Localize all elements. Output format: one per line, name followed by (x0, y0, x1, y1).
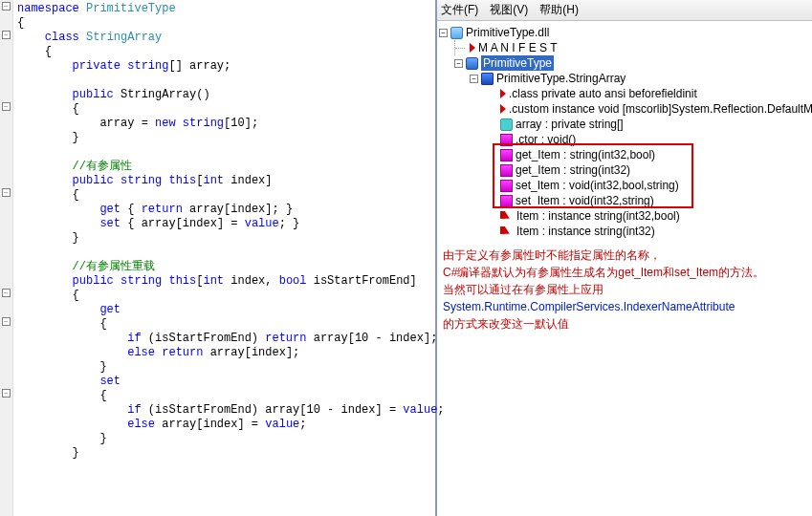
manifest-icon (470, 43, 475, 53)
expander-icon[interactable]: − (439, 29, 448, 37)
tree-node-manifest[interactable]: M A N I F E S T (439, 40, 810, 55)
node-label-selected: PrimitiveType (481, 55, 554, 71)
folding-gutter: − − − − − − − (0, 0, 13, 516)
explain-line: 的方式来改变这一默认值 (443, 315, 806, 333)
fold-toggle[interactable]: − (2, 389, 11, 398)
expander-icon[interactable]: − (470, 75, 478, 83)
node-label: Item : instance string(int32) (516, 224, 655, 239)
expander-icon[interactable]: − (454, 59, 463, 68)
tree-node-field[interactable]: array : private string[] (439, 117, 810, 132)
property-icon (500, 211, 510, 219)
node-label: M A N I F E S T (478, 40, 557, 55)
tree-node-namespace[interactable]: − PrimitiveType (439, 55, 810, 71)
highlight-box (493, 143, 693, 208)
explain-line: 由于定义有参属性时不能指定属性的名称， (443, 247, 806, 264)
explanation-text: 由于定义有参属性时不能指定属性的名称， C#编译器默认为有参属性生成名为get_… (437, 243, 812, 336)
menu-bar: 文件(F) 视图(V) 帮助(H) (437, 0, 812, 21)
assembly-icon (450, 27, 463, 39)
fold-toggle[interactable]: − (2, 289, 11, 297)
tree-node-property[interactable]: Item : instance string(int32,bool) (439, 208, 810, 224)
tree-node-attr[interactable]: .custom instance void [mscorlib]System.R… (439, 101, 810, 117)
node-label: PrimitiveType.StringArray (496, 71, 625, 86)
explain-line-attribute: System.Runtime.CompilerServices.IndexerN… (443, 298, 806, 315)
attribute-icon (500, 104, 506, 114)
fold-toggle[interactable]: − (2, 2, 11, 11)
property-icon (500, 226, 510, 234)
fold-toggle[interactable]: − (2, 188, 11, 197)
node-label: PrimitiveType.dll (466, 25, 549, 40)
node-label: Item : instance string(int32,bool) (516, 208, 680, 224)
explain-line: 当然可以通过在有参属性上应用 (443, 281, 806, 298)
node-label: .class private auto ansi beforefieldinit (509, 86, 697, 101)
ildasm-panel: 文件(F) 视图(V) 帮助(H) − PrimitiveType.dll M … (436, 0, 812, 516)
namespace-icon (466, 57, 478, 70)
explain-line: C#编译器默认为有参属性生成名为get_Item和set_Item的方法。 (443, 264, 806, 281)
fold-toggle[interactable]: − (2, 317, 11, 326)
code-content[interactable]: namespace PrimitiveType { class StringAr… (13, 0, 435, 461)
fold-toggle[interactable]: − (2, 102, 11, 111)
tree-node-property[interactable]: Item : instance string(int32) (439, 224, 810, 239)
field-icon (500, 118, 513, 131)
node-label: .custom instance void [mscorlib]System.R… (509, 101, 812, 117)
tree-node-assembly[interactable]: − PrimitiveType.dll (439, 25, 810, 40)
tree-node-attr[interactable]: .class private auto ansi beforefieldinit (439, 86, 810, 101)
tree-node-class[interactable]: − PrimitiveType.StringArray (439, 71, 810, 86)
code-editor: − − − − − − − namespace PrimitiveType { … (0, 0, 436, 516)
menu-file[interactable]: 文件(F) (441, 2, 478, 18)
attribute-icon (500, 89, 506, 98)
assembly-tree[interactable]: − PrimitiveType.dll M A N I F E S T − Pr… (437, 21, 812, 243)
menu-help[interactable]: 帮助(H) (539, 2, 579, 18)
menu-view[interactable]: 视图(V) (490, 2, 528, 18)
class-icon (481, 73, 494, 85)
fold-toggle[interactable]: − (2, 31, 11, 39)
node-label: array : private string[] (516, 117, 624, 132)
